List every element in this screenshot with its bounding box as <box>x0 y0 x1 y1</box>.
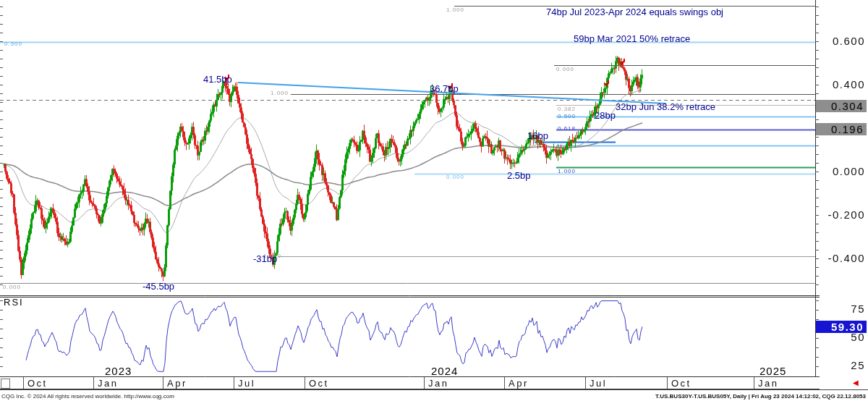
fib-level-label: 0.618 <box>558 125 576 132</box>
price-axis-label: 0.400 <box>833 79 865 90</box>
month-tick <box>585 377 586 389</box>
chart-annotation[interactable]: 32bp Jun 38.2% retrace <box>616 102 715 112</box>
month-tick <box>305 377 305 389</box>
scroll-left-icon[interactable]: ◀ <box>853 379 859 387</box>
rsi-axis-label: 25 <box>851 360 865 371</box>
month-label: Jul <box>590 378 607 389</box>
fib-level-label: 0.000 <box>446 174 464 180</box>
month-tick <box>754 377 754 389</box>
fib-level-badge: 0.196 <box>816 123 867 135</box>
chart-annotation[interactable]: 36.7bp <box>430 84 459 94</box>
month-label: Jan <box>428 378 448 389</box>
rsi-study-label: RSI <box>4 297 24 308</box>
rsi-value-badge: 59.30 <box>816 321 867 333</box>
chart-annotation[interactable]: 59bp Mar 2021 50% retrace <box>574 34 690 44</box>
month-tick <box>667 377 668 389</box>
month-label: Jan <box>758 378 778 389</box>
fib-level-badge: 0.304 <box>816 100 867 112</box>
symbol-status-text: T.US.BUS30Y-T.US.BUS05Y, Daily | Fri Aug… <box>655 393 866 400</box>
fib-level-label: 0.500 <box>558 113 576 119</box>
month-tick <box>424 377 425 389</box>
month-label: Oct <box>309 378 329 389</box>
month-label: Oct <box>27 378 48 389</box>
month-tick <box>93 377 94 389</box>
chart-annotation[interactable]: 74bp Jul 2023-Apr 2024 equals swings obj <box>546 7 723 17</box>
fib-level-label: 1.000 <box>271 90 289 96</box>
month-label: Jul <box>238 378 255 389</box>
fib-level-label: 0.382 <box>558 106 576 112</box>
month-label: Oct <box>671 378 692 389</box>
chart-annotation[interactable]: -45.5bp <box>142 282 174 292</box>
month-tick <box>23 377 24 389</box>
rsi-axis-label: 75 <box>851 303 865 315</box>
fib-level-label: 0.000 <box>556 66 574 72</box>
status-bar: CQG Inc. © 2024 All rights reserved worl… <box>0 389 868 401</box>
time-axis[interactable]: OctJanAprJulOctJanAprJulOctJan <box>0 377 820 389</box>
month-label: Jan <box>98 378 118 389</box>
cqg-chart-window: 1.0000.5000.0001.0000.3820.5000.6181.000… <box>0 0 868 401</box>
price-axis-label: -0.200 <box>827 209 865 221</box>
price-axis-label: 0.000 <box>833 166 865 177</box>
rsi-axis-label: 50 <box>851 332 865 343</box>
price-chart-canvas[interactable] <box>0 0 820 377</box>
chart-annotation[interactable]: 2.5bp <box>507 171 531 181</box>
chart-annotation[interactable]: 41.5bp <box>203 75 232 85</box>
chart-annotation[interactable]: 16bp <box>527 131 548 141</box>
year-label: 2023 <box>105 366 132 377</box>
fib-level-label: 0.500 <box>4 41 22 47</box>
month-tick <box>163 377 163 389</box>
price-axis-label: 0.600 <box>833 35 865 47</box>
month-label: Apr <box>509 378 529 389</box>
year-label: 2025 <box>760 366 786 377</box>
price-axis[interactable]: 0.6000.4000.000-0.200-0.4000.3040.196755… <box>820 0 868 377</box>
copyright-text: CQG Inc. © 2024 All rights reserved worl… <box>1 393 174 400</box>
month-tick <box>234 377 234 389</box>
fib-level-label: 1.000 <box>558 168 576 174</box>
month-label: Apr <box>167 378 187 389</box>
scrollbar-thumb[interactable] <box>1 379 10 389</box>
price-axis-label: -0.400 <box>827 253 865 264</box>
chart-annotation[interactable]: 28bp <box>595 111 616 121</box>
year-label: 2024 <box>431 366 458 377</box>
month-tick <box>504 377 505 389</box>
fib-level-label: 0.000 <box>3 284 21 290</box>
fib-level-label: 1.000 <box>446 7 464 13</box>
chart-annotation[interactable]: -31bp <box>253 254 277 264</box>
